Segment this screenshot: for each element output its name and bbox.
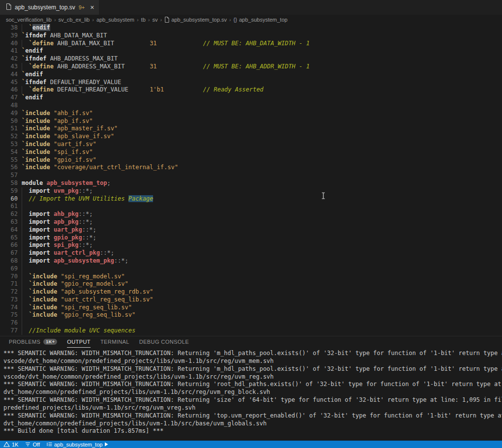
breadcrumb-item-soc_verification_lib[interactable]: soc_verification_lib: [6, 17, 52, 23]
code-line-41[interactable]: 41`endif: [0, 47, 502, 55]
code-line-67[interactable]: 67 import uart_ctrl_pkg::*;: [0, 249, 502, 257]
code-line-63[interactable]: 63 import apb_pkg::*;: [0, 218, 502, 226]
line-number[interactable]: 39: [0, 32, 18, 40]
line-number[interactable]: 59: [0, 187, 18, 195]
code-line-54[interactable]: 54`include "spi_if.sv": [0, 149, 502, 156]
breadcrumb-item-apb_subsystem_top[interactable]: {}apb_subsystem_top: [233, 17, 287, 23]
code-line-65[interactable]: 65 import gpio_pkg::*;: [0, 234, 502, 242]
line-number[interactable]: 77: [0, 327, 18, 335]
code-line-66[interactable]: 66 import spi_pkg::*;: [0, 241, 502, 249]
line-number[interactable]: 72: [0, 288, 18, 296]
code-line-68[interactable]: 68 import apb_subsystem_pkg::*;: [0, 257, 502, 265]
code-line-40[interactable]: 40 `define AHB_DATA_MAX_BIT 31 // MUST B…: [0, 40, 502, 48]
code-line-46[interactable]: 46 `define DEFAULT_HREADY_VALUE 1'b1 // …: [0, 86, 502, 94]
line-number[interactable]: 74: [0, 304, 18, 312]
panel-tab-problems[interactable]: PROBLEMS1K+: [9, 336, 57, 348]
line-number[interactable]: 60: [0, 195, 18, 203]
line-number[interactable]: 63: [0, 218, 18, 226]
code-line-69[interactable]: 69: [0, 265, 502, 273]
line-number[interactable]: 65: [0, 234, 18, 242]
code-line-71[interactable]: 71 `include "gpio_reg_model.sv": [0, 280, 502, 288]
statusbar-warnings-count[interactable]: 1K: [3, 442, 18, 448]
line-number[interactable]: 64: [0, 226, 18, 234]
code-line-62[interactable]: 62 import ahb_pkg::*;: [0, 210, 502, 218]
line-number[interactable]: 70: [0, 273, 18, 281]
code-line-39[interactable]: 39`ifndef AHB_DATA_MAX_BIT: [0, 32, 502, 40]
statusbar-filter-status[interactable]: Off: [25, 442, 39, 448]
line-number[interactable]: 57: [0, 172, 18, 179]
code-line-70[interactable]: 70 `include "spi_reg_model.sv": [0, 273, 502, 281]
line-number[interactable]: 71: [0, 280, 18, 288]
code-line-76[interactable]: 76: [0, 319, 502, 327]
line-number[interactable]: 73: [0, 296, 18, 304]
code-line-75[interactable]: 75 `include "gpio_reg_seq_lib.sv": [0, 311, 502, 319]
line-number[interactable]: 50: [0, 118, 18, 125]
line-number[interactable]: 46: [0, 86, 18, 94]
line-number[interactable]: 76: [0, 319, 18, 327]
panel-tab-terminal[interactable]: TERMINAL: [100, 336, 129, 348]
line-number[interactable]: 42: [0, 55, 18, 63]
line-number[interactable]: 61: [0, 203, 18, 210]
breadcrumb-item-sv_cb_ex_lib[interactable]: sv_cb_ex_lib: [59, 17, 90, 23]
line-number[interactable]: 53: [0, 141, 18, 149]
line-number[interactable]: 40: [0, 40, 18, 48]
code-editor[interactable]: 38 `endif39`ifndef AHB_DATA_MAX_BIT40 `d…: [0, 24, 502, 336]
line-number[interactable]: 56: [0, 164, 18, 172]
statusbar-build-config[interactable]: apb_subsystem_top: [47, 442, 108, 448]
line-number[interactable]: 58: [0, 179, 18, 187]
code-line-50[interactable]: 50`include "apb_if.sv": [0, 118, 502, 125]
code-line-60[interactable]: 60 // Import the UVM Utilities Package: [0, 195, 502, 203]
line-number[interactable]: 69: [0, 265, 18, 273]
line-number[interactable]: 47: [0, 94, 18, 102]
line-number[interactable]: 49: [0, 110, 18, 118]
line-number[interactable]: 62: [0, 210, 18, 218]
line-number[interactable]: 45: [0, 79, 18, 87]
code-line-73[interactable]: 73 `include "uart_ctrl_reg_seq_lib.sv": [0, 296, 502, 304]
code-line-51[interactable]: 51`include "apb_master_if.sv": [0, 125, 502, 133]
code-line-56[interactable]: 56`include "coverage/uart_ctrl_internal_…: [0, 164, 502, 172]
line-number[interactable]: 66: [0, 241, 18, 249]
output-console[interactable]: *** SEMANTIC WARNING: WIDTH_MISMATCH_TRU…: [0, 348, 502, 435]
code-line-43[interactable]: 43 `define AHB_ADDRESS_MAX_BIT 31 // MUS…: [0, 63, 502, 71]
code-line-48[interactable]: 48: [0, 102, 502, 110]
code-line-53[interactable]: 53`include "uart_if.sv": [0, 141, 502, 149]
code-line-77[interactable]: 77 //Include module UVC sequences: [0, 327, 502, 335]
code-line-55[interactable]: 55`include "gpio_if.sv": [0, 156, 502, 164]
line-number[interactable]: 75: [0, 311, 18, 319]
code-line-59[interactable]: 59 import uvm_pkg::*;: [0, 187, 502, 195]
close-icon[interactable]: ×: [90, 4, 94, 11]
line-number[interactable]: 38: [0, 24, 18, 32]
line-number[interactable]: 54: [0, 149, 18, 156]
code-line-64[interactable]: 64 import uart_pkg::*;: [0, 226, 502, 234]
line-number[interactable]: 48: [0, 102, 18, 110]
code-line-45[interactable]: 45`ifndef DEFAULT_HREADY_VALUE: [0, 79, 502, 87]
code-line-38[interactable]: 38 `endif: [0, 24, 502, 32]
code-line-72[interactable]: 72 `include "apb_subsystem_reg_rdb.sv": [0, 288, 502, 296]
line-number[interactable]: 43: [0, 63, 18, 71]
code-line-61[interactable]: 61: [0, 203, 502, 210]
output-line: vscode/dvt_home/common/predefined_projec…: [3, 358, 502, 365]
code-line-47[interactable]: 47`endif: [0, 94, 502, 102]
line-number[interactable]: 67: [0, 249, 18, 257]
breadcrumb-item-apb_subsystem_top.sv[interactable]: apb_subsystem_top.sv: [164, 17, 227, 23]
editor-tab-apb_subsystem_top[interactable]: apb_subsystem_top.sv 9+ ×: [0, 0, 99, 15]
panel-tab-output[interactable]: OUTPUT: [67, 336, 91, 348]
line-number[interactable]: 55: [0, 156, 18, 164]
panel-tab-debug-console[interactable]: DEBUG CONSOLE: [139, 336, 189, 348]
breadcrumb-item-apb_subsystem[interactable]: apb_subsystem: [96, 17, 134, 23]
code-line-52[interactable]: 52`include "apb_slave_if.sv": [0, 133, 502, 141]
line-number[interactable]: 41: [0, 47, 18, 55]
line-number[interactable]: 52: [0, 133, 18, 141]
line-number[interactable]: 51: [0, 125, 18, 133]
code-line-44[interactable]: 44`endif: [0, 71, 502, 79]
line-number[interactable]: 44: [0, 71, 18, 79]
code-line-57[interactable]: 57: [0, 172, 502, 179]
breadcrumb-item-tb[interactable]: tb: [141, 17, 146, 23]
play-icon[interactable]: [104, 442, 108, 447]
code-line-42[interactable]: 42`ifndef AHB_ADDRESS_MAX_BIT: [0, 55, 502, 63]
code-line-74[interactable]: 74 `include "spi_reg_seq_lib.sv": [0, 304, 502, 312]
code-line-49[interactable]: 49`include "ahb_if.sv": [0, 110, 502, 118]
line-number[interactable]: 68: [0, 257, 18, 265]
breadcrumb-item-sv[interactable]: sv: [152, 17, 157, 23]
code-line-58[interactable]: 58module apb_subsystem_top;: [0, 179, 502, 187]
